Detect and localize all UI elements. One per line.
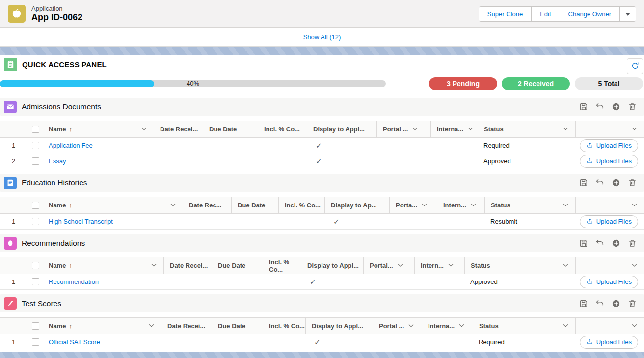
chevron-down-icon[interactable] <box>470 203 477 207</box>
select-all-checkbox[interactable] <box>32 262 39 269</box>
column-header-display-to-applicant[interactable]: Display to Appl... <box>307 121 376 137</box>
add-record-icon[interactable] <box>611 299 621 308</box>
column-header-portal[interactable]: Portal ... <box>376 121 430 137</box>
column-header-date-received[interactable]: Date Recei... <box>154 121 203 137</box>
chevron-down-icon[interactable] <box>412 127 418 131</box>
add-record-icon[interactable] <box>611 102 621 112</box>
select-all-checkbox[interactable] <box>32 322 39 330</box>
undo-icon[interactable] <box>595 178 605 188</box>
column-header-internal[interactable]: Interna... <box>422 318 473 334</box>
chevron-down-icon[interactable] <box>141 127 147 131</box>
chevron-down-icon[interactable] <box>563 127 569 131</box>
upload-files-button[interactable]: Upload Files <box>580 336 638 349</box>
chevron-down-icon[interactable] <box>421 203 428 207</box>
column-header-display-to-applicant[interactable]: Display to Appl... <box>301 257 363 274</box>
column-header-status[interactable]: Status <box>473 318 575 334</box>
upload-files-button[interactable]: Upload Files <box>580 276 638 288</box>
refresh-button[interactable] <box>627 58 643 74</box>
save-icon[interactable] <box>579 178 589 188</box>
column-header-internal[interactable]: Intern... <box>437 197 484 213</box>
add-record-icon[interactable] <box>611 178 621 188</box>
column-header-due-date[interactable]: Due Date <box>212 318 263 334</box>
column-header-incl-percent[interactable]: Incl. % Co... <box>278 197 324 213</box>
chevron-down-icon[interactable] <box>148 324 155 328</box>
record-name-link[interactable]: High School Transcript <box>44 218 113 225</box>
column-header-actions[interactable] <box>575 318 644 334</box>
save-icon[interactable] <box>579 102 589 112</box>
column-header-portal[interactable]: Porta... <box>389 197 437 213</box>
chevron-down-icon[interactable] <box>408 324 414 328</box>
select-all-checkbox[interactable] <box>32 202 39 209</box>
column-header-status[interactable]: Status <box>464 257 575 274</box>
chevron-down-icon[interactable] <box>448 263 454 268</box>
chevron-down-icon[interactable] <box>397 263 403 268</box>
delete-icon[interactable] <box>627 238 637 248</box>
super-clone-button[interactable]: Super Clone <box>479 7 531 21</box>
section-header-bar: Recommendations <box>0 234 644 252</box>
column-header-due-date[interactable]: Due Date <box>231 197 278 213</box>
row-checkbox[interactable] <box>32 278 39 285</box>
upload-files-button[interactable]: Upload Files <box>580 155 638 168</box>
add-record-icon[interactable] <box>611 238 621 248</box>
column-header-date-received[interactable]: Date Recei... <box>163 257 212 274</box>
column-header-status[interactable]: Status <box>484 197 575 213</box>
chevron-down-icon[interactable] <box>631 127 638 131</box>
change-owner-button[interactable]: Change Owner <box>560 7 619 21</box>
column-header-name[interactable]: Name ↑ <box>44 257 163 274</box>
upload-files-button[interactable]: Upload Files <box>580 215 638 228</box>
column-header-actions[interactable] <box>575 197 644 213</box>
column-header-actions[interactable] <box>575 257 644 274</box>
upload-files-button[interactable]: Upload Files <box>580 139 638 152</box>
record-name-link[interactable]: Recommendation <box>44 278 99 285</box>
row-checkbox[interactable] <box>32 338 39 346</box>
chevron-down-icon[interactable] <box>563 263 569 268</box>
chevron-down-icon[interactable] <box>563 203 569 207</box>
column-header-actions[interactable] <box>575 121 644 137</box>
column-header-incl-percent[interactable]: Incl. % Co... <box>263 318 305 334</box>
undo-icon[interactable] <box>595 299 605 308</box>
column-header-due-date[interactable]: Due Date <box>212 257 263 274</box>
column-header-portal[interactable]: Portal ... <box>373 318 422 334</box>
chevron-down-icon[interactable] <box>151 263 157 268</box>
more-actions-dropdown-button[interactable] <box>619 7 636 21</box>
column-header-name[interactable]: Name ↑ <box>44 318 161 334</box>
record-name-link[interactable]: Essay <box>44 157 66 165</box>
row-checkbox[interactable] <box>32 218 39 225</box>
column-header-name[interactable]: Name ↑ <box>44 197 183 213</box>
table-header-row: Name ↑ Date Recei... Due Date Incl. % Co… <box>0 317 644 334</box>
delete-icon[interactable] <box>627 178 637 188</box>
undo-icon[interactable] <box>595 238 605 248</box>
chevron-down-icon[interactable] <box>467 127 474 131</box>
row-checkbox[interactable] <box>32 157 39 165</box>
column-header-display-to-applicant[interactable]: Display to Ap... <box>324 197 389 213</box>
column-header-date-received[interactable]: Date Rec... <box>183 197 231 213</box>
row-number-header <box>0 121 27 137</box>
column-header-incl-percent[interactable]: Incl. % Co... <box>263 257 301 274</box>
record-name-link[interactable]: Official SAT Score <box>44 338 100 346</box>
edit-button[interactable]: Edit <box>531 7 559 21</box>
column-header-status[interactable]: Status <box>478 121 575 137</box>
chevron-down-icon[interactable] <box>631 324 638 328</box>
column-header-internal[interactable]: Intern... <box>414 257 464 274</box>
save-icon[interactable] <box>579 299 589 308</box>
column-header-name[interactable]: Name ↑ <box>44 121 154 137</box>
chevron-down-icon[interactable] <box>458 324 465 328</box>
show-all-link[interactable]: Show All (12) <box>303 33 341 41</box>
record-name-link[interactable]: Application Fee <box>44 142 93 149</box>
column-header-due-date[interactable]: Due Date <box>203 121 258 137</box>
column-header-display-to-applicant[interactable]: Display to Appl... <box>305 318 373 334</box>
select-all-checkbox[interactable] <box>32 126 39 133</box>
save-icon[interactable] <box>579 238 589 248</box>
column-header-date-received[interactable]: Date Recei... <box>161 318 212 334</box>
undo-icon[interactable] <box>595 102 605 112</box>
chevron-down-icon[interactable] <box>563 324 569 328</box>
delete-icon[interactable] <box>627 102 637 112</box>
chevron-down-icon[interactable] <box>631 203 638 207</box>
column-header-incl-percent[interactable]: Incl. % Co... <box>258 121 307 137</box>
chevron-down-icon[interactable] <box>631 263 638 268</box>
chevron-down-icon[interactable] <box>170 203 176 207</box>
delete-icon[interactable] <box>627 299 637 308</box>
column-header-internal[interactable]: Interna... <box>430 121 478 137</box>
column-header-portal[interactable]: Portal... <box>363 257 414 274</box>
row-checkbox[interactable] <box>32 142 39 149</box>
